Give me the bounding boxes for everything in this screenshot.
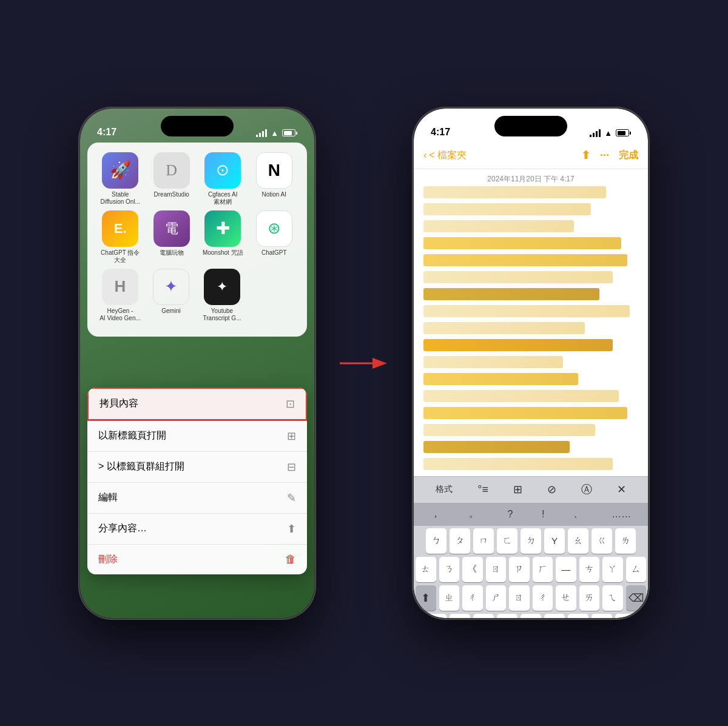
app-dreamstudio[interactable]: D DreamStudio [149,152,195,206]
app-label-heygen: HeyGen -AI Video Gen... [99,308,141,322]
toolbar-pencil[interactable]: Ⓐ [581,482,592,497]
text-line-16 [423,441,570,453]
app-cgfaces[interactable]: ⊙ Cgfaces AI素材網 [200,152,246,206]
app-label-dream: DreamStudio [154,191,189,198]
toolbar-attach[interactable]: ⊘ [547,483,556,496]
app-icon-gemini: ✦ [153,269,189,305]
key-comma[interactable]: ， [431,508,440,520]
key-pause[interactable]: 、 [573,508,583,520]
key-f2[interactable]: ㄈ [473,614,494,618]
key-m[interactable]: ㄇ [473,528,494,554]
app-icon-youtube: ✦ [204,269,240,305]
key-guillemet[interactable]: 《 [462,557,483,582]
key-zh[interactable]: ㄓ [439,585,460,611]
key-e[interactable]: ㄝ [556,585,576,611]
app-row-1: 🚀 StableDiffusion Onl... D DreamStudio ⊙… [97,152,297,206]
menu-edit[interactable]: 編輯 ✎ [87,483,307,514]
key-ch2[interactable]: ㄔ [533,585,553,611]
app-gemini[interactable]: ✦ Gemini [148,269,194,322]
key-question[interactable]: ? [508,509,513,520]
text-line-6 [423,271,613,283]
key-g[interactable]: ㄍ [592,528,612,554]
key-l3[interactable]: ㄌ [615,614,636,618]
key-d[interactable]: ㄉ [521,528,541,554]
key-f[interactable]: ㄈ [497,528,517,554]
key-p[interactable]: ㄆ [450,528,470,554]
text-line-17 [423,458,613,470]
app-heygen[interactable]: H HeyGen -AI Video Gen... [97,269,143,322]
key-b[interactable]: ㄅ [426,528,447,554]
menu-delete[interactable]: 刪除 🗑 [87,545,307,574]
key-n[interactable]: ㄋ [439,557,460,582]
key-exclaim[interactable]: ! [542,509,544,520]
key-r[interactable]: ㄖ [486,557,507,582]
key-delete[interactable]: ⌫ [626,585,647,611]
chevron-left-icon: ‹ [423,150,426,161]
key-t3[interactable]: ㄊ [568,614,588,618]
toolbar-list[interactable]: °≡ [477,483,488,496]
toolbar-table[interactable]: ⊞ [513,483,522,496]
key-t[interactable]: ㄊ [416,557,436,582]
app-moonshot[interactable]: ✚ Moonshot 咒語 [200,210,246,264]
menu-copy-content[interactable]: 拷貝內容 ⊡ [87,388,307,421]
left-iphone: 4:17 ▲ 🚀 StableD [79,107,315,619]
key-z2[interactable]: ㄗ [592,614,612,618]
dynamic-island-left [161,116,234,136]
notes-navbar: ‹ < 檔案夾 ⬆ ··· 完成 [414,143,648,169]
app-stable-diffusion[interactable]: 🚀 StableDiffusion Onl... [97,152,143,206]
app-label-dianno: 電腦玩物 [160,249,184,257]
key-m2[interactable]: ㄇ [521,614,541,618]
share-button[interactable]: ⬆ [581,149,590,162]
bopomofo-keyboard: ㄅ ㄆ ㄇ ㄈ ㄉ Y ㄠ ㄍ ㄌ ㄊ ㄋ 《 ㄖ ㄗ ㄏ [414,526,648,618]
done-button[interactable]: 完成 [619,149,638,162]
key-dash[interactable]: — [556,557,576,582]
key-ai[interactable]: ㄞ [579,585,600,611]
app-icon-notion: N [256,152,292,189]
notes-content-area[interactable] [423,186,638,472]
text-line-1 [423,186,606,198]
menu-delete-label: 刪除 [98,553,118,566]
app-label-cgfaces: Cgfaces AI素材網 [208,191,237,206]
key-dot[interactable]: 。 [469,508,479,520]
toolbar-close[interactable]: ✕ [617,483,626,496]
toolbar-format[interactable]: 格式 [436,484,453,495]
key-t2[interactable]: ㄊ [497,614,517,618]
key-sh[interactable]: ㄕ [486,585,507,611]
key-h[interactable]: ㄏ [533,557,553,582]
key-r2[interactable]: ㄖ [509,585,530,611]
menu-share[interactable]: 分享內容… ⬆ [87,514,307,545]
key-z[interactable]: ㄗ [509,557,530,582]
app-chatgpt[interactable]: ⊛ ChatGPT [251,210,297,264]
new-tab-icon: ⊞ [287,429,296,443]
signal-icon-right [590,129,601,137]
text-line-3 [423,220,574,232]
app-notion-ai[interactable]: N Notion AI [251,152,297,206]
app-icon-cgfaces: ⊙ [204,152,241,189]
app-youtube-transcript[interactable]: ✦ YoutubeTranscript G... [199,269,245,322]
right-screen: 4:17 ▲ ‹ < 檔案夾 [414,109,648,618]
more-button[interactable]: ··· [600,149,609,162]
key-c[interactable]: ㄘ [579,557,600,582]
key-row-4: ㄘ ㄙ ㄈ ㄊ ㄇ ㄌ ㄊ ㄗ ㄌ [416,614,646,618]
back-button[interactable]: ‹ < 檔案夾 [423,149,467,162]
key-l2[interactable]: ㄌ [544,614,565,618]
app-label-stable: StableDiffusion Onl... [101,191,140,206]
app-chatgpt-zh[interactable]: E. ChatGPT 指令大全 [97,210,143,264]
key-s2[interactable]: ㄙ [450,614,470,618]
wifi-icon-right: ▲ [604,129,612,138]
menu-open-tab-group[interactable]: > 以標籤頁群組打開 ⊟ [87,452,307,483]
key-ellipsis[interactable]: …… [612,509,631,520]
key-ei[interactable]: ㄟ [602,585,623,611]
key-Y[interactable]: Y [544,528,565,554]
app-dianno[interactable]: 電 電腦玩物 [149,210,195,264]
key-shift[interactable]: ⬆ [416,585,436,611]
app-label-youtube: YoutubeTranscript G... [203,308,241,322]
key-ch[interactable]: ㄔ [462,585,483,611]
key-a[interactable]: ㄚ [602,557,623,582]
key-s[interactable]: ㄙ [626,557,647,582]
key-ao[interactable]: ㄠ [568,528,588,554]
app-icon-moonshot: ✚ [204,210,241,247]
menu-open-new-tab[interactable]: 以新標籤頁打開 ⊞ [87,421,307,452]
key-c2[interactable]: ㄘ [426,614,447,618]
key-l[interactable]: ㄌ [615,528,636,554]
